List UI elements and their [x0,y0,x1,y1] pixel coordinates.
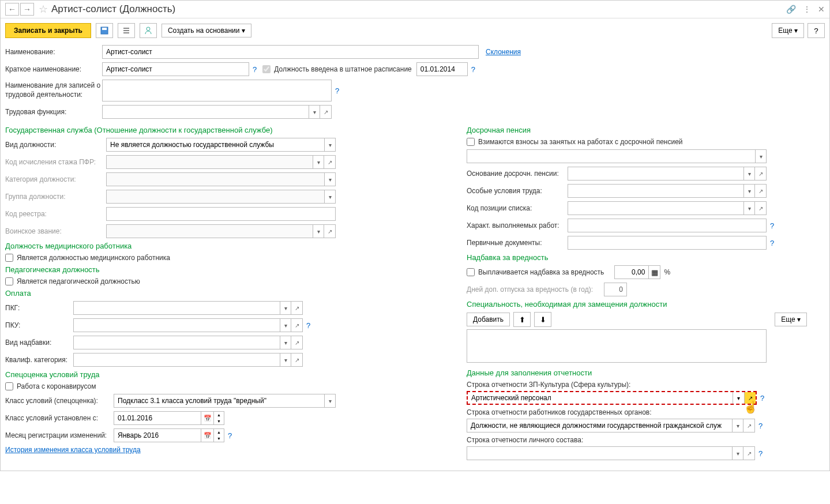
spin-up[interactable]: ▲ [214,412,224,418]
nav-forward-button[interactable]: → [20,3,34,16]
kebab-menu-icon[interactable]: ⋮ [803,5,811,14]
nav-back-button[interactable]: ← [5,3,19,16]
hazard-paid-label: Выплачивается надбавка за вредность [478,268,604,276]
help-icon[interactable]: ? [335,86,339,95]
corona-checkbox[interactable] [5,382,13,390]
reg-month-input[interactable] [114,428,201,442]
person-button[interactable] [140,23,157,38]
short-name-input[interactable] [102,62,249,76]
schedule-date-input[interactable] [416,62,468,76]
military-label: Воинское звание: [5,227,106,235]
hazard-amount-input[interactable] [614,265,649,279]
pension-extra-input[interactable] [467,149,755,163]
open-button[interactable]: ↗ [744,392,756,404]
help-icon[interactable]: ? [758,449,763,458]
dropdown-button[interactable]: ▾ [280,318,291,332]
favorite-icon[interactable]: ☆ [39,3,48,16]
spin-down[interactable]: ▼ [214,418,224,424]
hazard-checkbox[interactable] [467,268,475,276]
dropdown-button[interactable]: ▾ [280,336,291,349]
pension-fees-label: Взимаются взносы за занятых на работах с… [478,138,683,146]
svg-point-5 [147,27,150,31]
move-up-button[interactable]: ⬆ [513,312,531,327]
dropdown-button[interactable]: ▾ [755,149,767,163]
pku-input[interactable] [73,318,280,332]
help-icon[interactable]: ? [770,239,774,247]
dropdown-button[interactable]: ▾ [732,446,743,460]
dropdown-button[interactable]: ▾ [743,201,755,215]
open-button[interactable]: ↗ [755,167,767,180]
personnel-input[interactable] [467,446,732,460]
dropdown-button[interactable]: ▾ [280,301,291,315]
help-icon[interactable]: ? [758,422,763,430]
help-button[interactable]: ? [808,23,825,38]
dropdown-button[interactable]: ▾ [743,184,755,198]
close-icon[interactable]: ✕ [818,5,825,14]
move-down-button[interactable]: ⬇ [534,312,551,327]
medical-checkbox[interactable] [5,254,13,262]
gov-report-input[interactable] [467,419,732,432]
save-close-button[interactable]: Записать и закрыть [5,23,91,38]
chevron-down-icon: ▾ [797,315,801,324]
pku-label: ПКУ: [5,321,73,329]
dropdown-button[interactable]: ▾ [324,394,336,408]
established-date-input[interactable] [114,411,201,425]
calendar-button[interactable]: 📅 [201,428,214,442]
spin-down[interactable]: ▼ [214,435,224,442]
help-icon[interactable]: ? [253,65,257,74]
open-button[interactable]: ↗ [755,184,767,198]
declension-link[interactable]: Склонения [486,48,521,56]
save-button[interactable] [96,23,113,38]
pension-basis-input[interactable] [568,167,743,180]
help-icon[interactable]: ? [306,321,310,330]
link-icon[interactable]: 🔗 [786,5,796,14]
dropdown-button[interactable]: ▾ [733,392,744,404]
special-cond-input[interactable] [568,184,743,198]
registry-input [106,207,336,221]
create-based-button[interactable]: Создать на основании ▾ [162,24,251,37]
speciality-list[interactable] [467,329,767,363]
help-icon[interactable]: ? [228,431,232,440]
open-button[interactable]: ↗ [291,301,303,315]
pkg-input[interactable] [73,301,280,315]
help-icon[interactable]: ? [770,221,774,230]
list-pos-input[interactable] [568,201,743,215]
dropdown-button[interactable]: ▾ [732,419,743,432]
calendar-button[interactable]: 📅 [201,411,214,425]
dropdown-button: ▾ [313,155,324,169]
open-button[interactable]: ↗ [743,419,755,432]
class-input[interactable] [114,394,324,408]
open-button[interactable]: ↗ [743,446,755,460]
open-button[interactable]: ↗ [291,336,303,349]
work-nature-input[interactable] [568,219,767,232]
open-button[interactable]: ↗ [291,318,303,332]
culture-input[interactable] [468,392,733,404]
pedagogical-header: Педагогическая должность [5,265,455,274]
more-button[interactable]: Еще ▾ [772,23,804,38]
pension-fees-checkbox[interactable] [467,138,475,146]
history-link[interactable]: История изменения класса условий труда [5,446,141,454]
primary-docs-input[interactable] [568,236,767,250]
list-button[interactable] [118,23,135,38]
name-input[interactable] [102,45,479,59]
help-icon[interactable]: ? [471,65,475,74]
more-button[interactable]: Еще ▾ [775,313,807,326]
open-button[interactable]: ↗ [291,353,303,367]
open-button[interactable]: ↗ [320,105,332,119]
open-button[interactable]: ↗ [755,201,767,215]
help-icon[interactable]: ? [760,394,764,403]
labor-function-input[interactable] [102,105,309,119]
dropdown-button[interactable]: ▾ [280,353,291,367]
dropdown-button[interactable]: ▾ [324,138,336,152]
spin-up[interactable]: ▲ [214,429,224,435]
calc-button[interactable]: ▦ [649,265,660,279]
dropdown-button[interactable]: ▾ [309,105,320,119]
dropdown-button[interactable]: ▾ [743,167,755,180]
add-button[interactable]: Добавить [467,313,510,326]
medical-header: Должность медицинского работника [5,242,455,250]
qualif-input[interactable] [73,353,280,367]
position-type-input[interactable] [106,138,324,152]
activity-name-input[interactable] [102,80,332,101]
bonus-type-input[interactable] [73,336,280,349]
pedagogical-checkbox[interactable] [5,277,13,285]
